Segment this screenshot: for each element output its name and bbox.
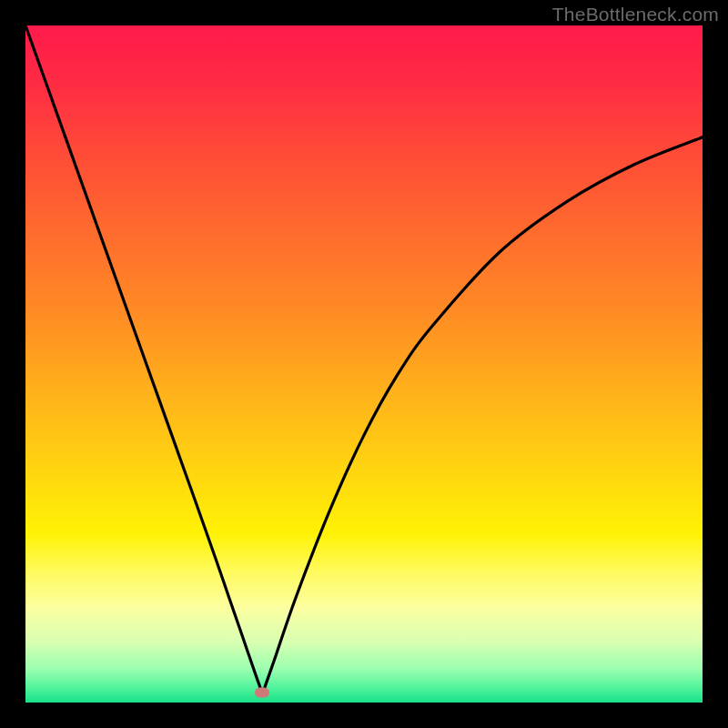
curve-svg xyxy=(25,25,703,703)
watermark-text: TheBottleneck.com xyxy=(552,4,719,25)
bottleneck-curve xyxy=(25,25,703,693)
minimum-marker xyxy=(255,687,269,697)
plot-area xyxy=(25,25,703,703)
chart-frame: TheBottleneck.com xyxy=(0,0,728,728)
